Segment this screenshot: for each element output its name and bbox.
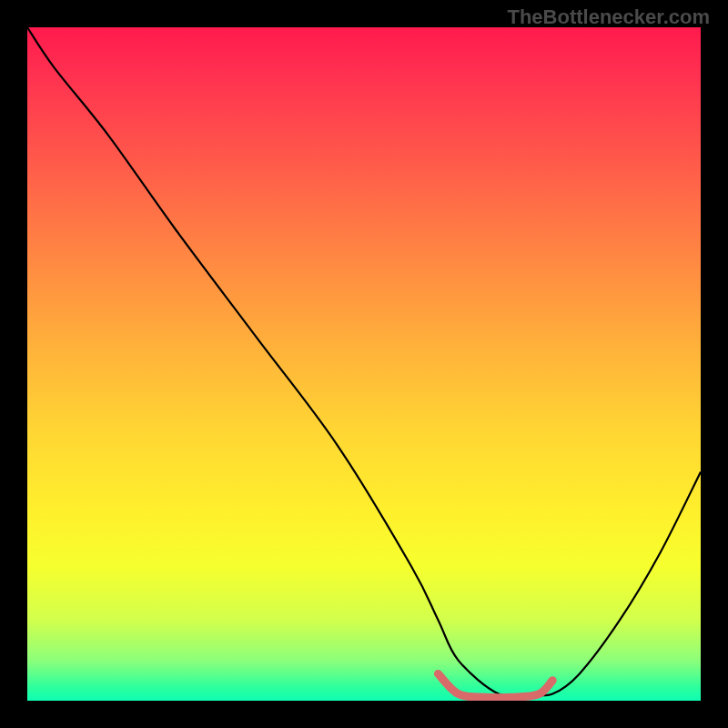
chart-svg [27,27,701,701]
optimal-zone-path [438,673,552,697]
plot-area [27,27,701,701]
watermark-text: TheBottlenecker.com [507,5,710,29]
bottleneck-curve-path [27,27,701,696]
